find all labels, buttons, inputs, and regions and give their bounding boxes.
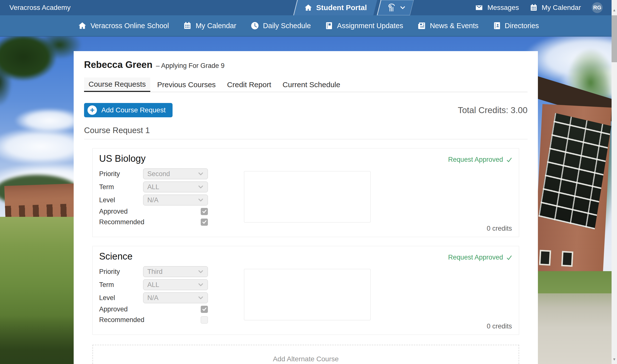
my-calendar-label: My Calendar — [542, 4, 581, 12]
plus-icon: + — [88, 105, 97, 115]
course-request-section-title: Course Request 1 — [84, 126, 528, 139]
term-select[interactable]: ALL — [143, 182, 208, 192]
course-credits: 0 credits — [487, 225, 512, 232]
chevron-down-icon — [400, 5, 406, 11]
top-bar: Veracross Academy Student Portal Message… — [0, 0, 617, 15]
main-content-card: Rebecca Green – Applying For Grade 9 Cou… — [74, 51, 538, 364]
clock-icon — [251, 21, 259, 30]
nav-item-assignment-updates[interactable]: Assignment Updates — [325, 21, 403, 30]
tab-previous-courses[interactable]: Previous Courses — [153, 78, 220, 92]
approved-checkbox[interactable] — [201, 306, 208, 313]
course-notes-box[interactable] — [244, 171, 371, 222]
portal-nav-bar: Veracross Online School My Calendar Dail… — [0, 15, 617, 37]
scroll-up-arrow[interactable]: ▲ — [612, 5, 617, 15]
newspaper-icon — [418, 21, 426, 30]
avatar[interactable]: RG — [592, 2, 603, 13]
student-header: Rebecca Green – Applying For Grade 9 — [84, 60, 528, 70]
calendar-icon — [183, 21, 192, 30]
course-card-science: Science Request Approved Priority Third … — [92, 246, 519, 335]
check-icon — [506, 254, 512, 261]
tab-bar: Course Requests Previous Courses Credit … — [84, 78, 528, 92]
portal-tab-label: Student Portal — [316, 3, 367, 12]
nav-item-daily-schedule[interactable]: Daily Schedule — [251, 21, 311, 30]
student-name: Rebecca Green — [84, 60, 153, 70]
veracross-logo-tab[interactable] — [377, 0, 414, 15]
student-subtitle: – Applying For Grade 9 — [156, 62, 225, 70]
course-credits: 0 credits — [487, 323, 512, 330]
veracross-column-icon — [385, 3, 396, 13]
chevron-down-icon — [198, 295, 204, 301]
tab-credit-report[interactable]: Credit Report — [223, 78, 276, 92]
chevron-down-icon — [198, 269, 204, 275]
chevron-down-icon — [198, 282, 204, 288]
check-icon — [202, 209, 207, 214]
chevron-down-icon — [198, 184, 204, 190]
approved-checkbox[interactable] — [201, 208, 208, 215]
home-icon — [78, 21, 87, 30]
campus-building-right — [532, 87, 613, 298]
course-card-us-biology: US Biology Request Approved Priority Sec… — [92, 148, 519, 237]
level-select[interactable]: N/A — [143, 292, 208, 303]
level-select[interactable]: N/A — [143, 195, 208, 205]
nav-item-news-events[interactable]: News & Events — [418, 21, 479, 30]
course-notes-box[interactable] — [244, 269, 371, 320]
tab-course-requests[interactable]: Course Requests — [84, 78, 150, 92]
add-course-request-button[interactable]: + Add Course Request — [84, 103, 173, 117]
envelope-icon — [475, 4, 484, 11]
term-select[interactable]: ALL — [143, 279, 208, 290]
school-name: Veracross Academy — [9, 4, 70, 12]
tab-current-schedule[interactable]: Current Schedule — [278, 78, 345, 92]
book-icon — [325, 21, 333, 30]
nav-item-directories[interactable]: Directories — [493, 21, 539, 30]
recommended-checkbox[interactable] — [201, 219, 208, 226]
walkway — [538, 293, 617, 364]
messages-label: Messages — [487, 4, 519, 12]
messages-button[interactable]: Messages — [475, 4, 519, 12]
chevron-down-icon — [198, 197, 204, 203]
scrollbar-thumb[interactable] — [612, 15, 617, 62]
nav-item-my-calendar[interactable]: My Calendar — [183, 21, 236, 30]
check-icon — [506, 157, 512, 163]
calendar-icon — [530, 4, 538, 12]
request-status-badge: Request Approved — [448, 156, 512, 163]
chevron-down-icon — [198, 171, 204, 177]
priority-select[interactable]: Third — [143, 266, 208, 277]
home-icon — [304, 4, 312, 12]
tab-student-portal[interactable]: Student Portal — [293, 0, 377, 15]
scroll-down-arrow[interactable]: ▼ — [612, 354, 617, 364]
check-icon — [202, 307, 207, 312]
add-alternate-course-button[interactable]: Add Alternate Course — [92, 345, 519, 364]
my-calendar-button[interactable]: My Calendar — [530, 4, 581, 12]
request-status-badge: Request Approved — [448, 254, 512, 261]
check-icon — [202, 220, 207, 224]
total-credits: Total Credits: 3.00 — [458, 105, 528, 115]
vertical-scrollbar[interactable]: ▲ ▼ — [612, 0, 617, 364]
address-book-icon — [493, 21, 501, 30]
nav-item-veracross-online-school[interactable]: Veracross Online School — [78, 21, 169, 30]
recommended-checkbox[interactable] — [201, 316, 208, 324]
priority-select[interactable]: Second — [143, 168, 208, 179]
